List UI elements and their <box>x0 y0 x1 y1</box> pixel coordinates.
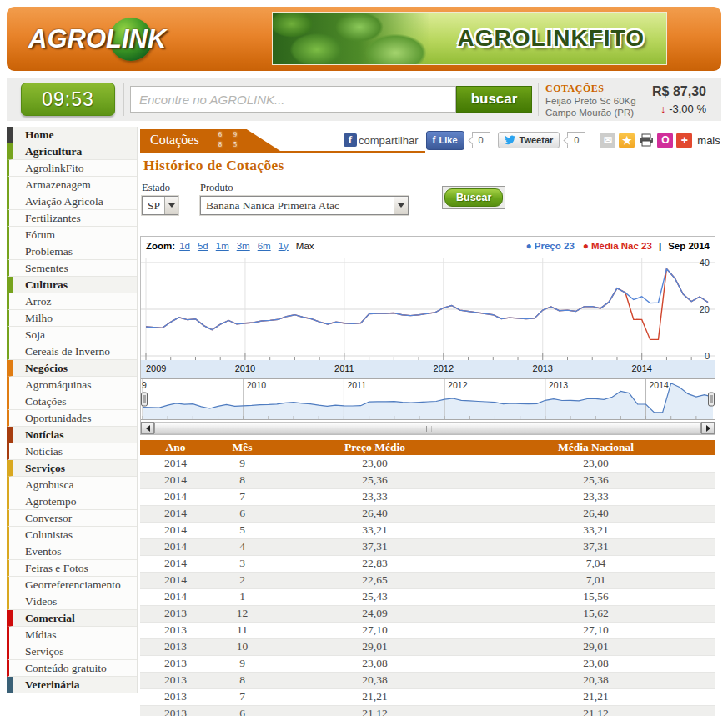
sidebar-item-oportunidades[interactable]: Oportunidades <box>7 410 137 427</box>
scrollbar-thumb[interactable] <box>154 423 701 433</box>
scroll-right-button[interactable] <box>701 422 715 434</box>
zoom-option-1d[interactable]: 1d <box>179 241 190 251</box>
sidebar-item-agrotempo[interactable]: Agrotempo <box>7 493 137 510</box>
navigator-year-label: 2013 <box>549 380 568 390</box>
produto-select[interactable]: Banana Nanica Primeira Atac <box>200 196 409 215</box>
sidebar-item-milho[interactable]: Milho <box>7 310 137 327</box>
clock-button[interactable]: 09:53 <box>21 83 115 116</box>
sidebar-item-cotacoes[interactable]: Cotações <box>7 393 137 410</box>
table-cell: 10 <box>211 638 274 655</box>
table-cell: 2014 <box>140 472 211 488</box>
scrollbar-track[interactable] <box>154 422 701 434</box>
dropdown-button[interactable] <box>164 197 178 214</box>
section-tab-cotacoes[interactable]: Cotações 6 98 5 0 <box>140 129 280 151</box>
table-row: 20131224,0915,62 <box>140 605 715 622</box>
sidebar-item-eventos[interactable]: Eventos <box>7 543 137 560</box>
facebook-share-button[interactable]: f compartilhar <box>344 133 419 147</box>
sidebar-item-servicos[interactable]: Serviços <box>7 643 137 660</box>
search-button[interactable]: buscar <box>456 86 532 113</box>
x-axis-year-label: 2011 <box>334 360 354 378</box>
sidebar-item-servicos[interactable]: Serviços <box>7 460 137 477</box>
sidebar-item-soja[interactable]: Soja <box>7 327 137 343</box>
sidebar-item-aviacao-agricola[interactable]: Aviação Agrícola <box>7 193 137 210</box>
sidebar-item-agromaquinas[interactable]: Agromáquinas <box>7 377 137 393</box>
odnoklassniki-icon[interactable]: O <box>657 133 673 148</box>
facebook-like-button[interactable]: f Like <box>426 131 464 150</box>
sidebar-item-conteudo-gratuito[interactable]: Conteúdo gratuito <box>7 660 137 677</box>
sidebar-item-videos[interactable]: Vídeos <box>7 593 137 610</box>
sidebar-item-midias[interactable]: Mídias <box>7 627 137 643</box>
legend-item-preco: ●Preço 23 <box>526 240 575 252</box>
more-label[interactable]: mais <box>697 134 720 147</box>
mail-icon[interactable]: ✉ <box>600 133 615 148</box>
sidebar-item-noticias[interactable]: Notícias <box>7 427 137 443</box>
dropdown-button[interactable] <box>394 197 408 214</box>
table-cell: 23,33 <box>274 488 476 505</box>
sidebar-item-forum[interactable]: Fórum <box>7 227 137 243</box>
sidebar-item-culturas[interactable]: Culturas <box>7 277 137 293</box>
table-cell: 2013 <box>140 605 211 622</box>
search-input[interactable] <box>130 86 456 113</box>
sidebar-item-noticias[interactable]: Notícias <box>7 443 137 460</box>
scroll-right-icon <box>706 425 710 432</box>
sidebar-item-feiras-e-fotos[interactable]: Feiras e Fotos <box>7 560 137 577</box>
table-row: 2014723,3323,33 <box>140 488 715 505</box>
zoom-option-6m[interactable]: 6m <box>258 241 271 251</box>
table-cell: 21,12 <box>476 705 715 716</box>
table-cell: 2014 <box>140 555 211 572</box>
sidebar-item-agricultura[interactable]: Agricultura <box>7 143 137 160</box>
section-tab-label: Cotações <box>150 133 199 147</box>
scroll-left-icon <box>146 425 150 432</box>
current-period: Sep 2014 <box>668 241 710 251</box>
agrolink-logo[interactable]: AGRO LINK <box>28 18 166 61</box>
site-header: AGRO LINK AGROLINKFITO <box>7 7 721 71</box>
sidebar-item-problemas[interactable]: Problemas <box>7 243 137 260</box>
estado-label: Estado <box>142 182 178 194</box>
buscar-button[interactable]: Buscar <box>444 188 503 207</box>
table-row: 2013721,2121,21 <box>140 688 715 705</box>
share-icons: ✉ ★ O + mais <box>600 133 720 148</box>
sidebar-item-arroz[interactable]: Arroz <box>7 293 137 310</box>
sidebar-item-georreferenciamento[interactable]: Georreferenciamento <box>7 577 137 593</box>
zoom-option-3m[interactable]: 3m <box>237 241 250 251</box>
sidebar-item-veterinaria[interactable]: Veterinária <box>7 677 137 693</box>
scroll-left-button[interactable] <box>141 422 154 434</box>
zoom-option-1y[interactable]: 1y <box>279 241 289 251</box>
sidebar-item-cereais-de-inverno[interactable]: Cereais de Inverno <box>7 343 137 360</box>
sidebar-item-agrolinkfito[interactable]: AgrolinkFito <box>7 160 137 177</box>
sidebar-item-armazenagem[interactable]: Armazenagem <box>7 177 137 193</box>
sidebar-item-negocios[interactable]: Negócios <box>7 360 137 377</box>
agrolinkfito-banner[interactable]: AGROLINKFITO <box>272 12 667 65</box>
sidebar-item-conversor[interactable]: Conversor <box>7 510 137 527</box>
table-cell: 25,36 <box>476 472 715 488</box>
more-share-icon[interactable]: + <box>676 133 692 148</box>
navigator[interactable]: 920102011201220132014 <box>141 378 715 420</box>
table-cell: 7,04 <box>476 555 715 572</box>
ticker-price: R$ 87,30 <box>652 84 706 99</box>
zoom-option-1m[interactable]: 1m <box>216 241 229 251</box>
sidebar-item-sementes[interactable]: Sementes <box>7 260 137 277</box>
tweet-label: Tweetar <box>520 135 554 145</box>
sidebar-item-home[interactable]: Home <box>7 127 137 143</box>
x-axis-year-label: 2014 <box>631 360 651 378</box>
navigator-year-label: 2011 <box>347 380 366 390</box>
tweet-button[interactable]: Tweetar <box>498 132 560 148</box>
star-icon[interactable]: ★ <box>619 133 635 148</box>
table-cell: 29,01 <box>476 638 715 655</box>
table-cell: 23,08 <box>476 655 715 672</box>
table-row: 2014533,2133,21 <box>140 522 715 538</box>
table-cell: 6 <box>211 705 274 716</box>
table-header-row: Ano Mês Preço Médio Média Nacional <box>140 440 715 455</box>
zoom-option-5d[interactable]: 5d <box>198 241 208 251</box>
estado-select[interactable]: SP <box>142 196 178 215</box>
table-cell: 2014 <box>140 488 211 505</box>
sidebar-item-comercial[interactable]: Comercial <box>7 610 137 627</box>
sidebar-item-fertilizantes[interactable]: Fertilizantes <box>7 210 137 227</box>
zoom-option-max[interactable]: Max <box>296 241 314 251</box>
table-cell: 2014 <box>140 588 211 605</box>
main-plot[interactable]: 02040 <box>141 254 715 360</box>
printer-icon[interactable] <box>638 133 654 148</box>
sidebar-item-agrobusca[interactable]: Agrobusca <box>7 477 137 493</box>
sidebar-item-colunistas[interactable]: Colunistas <box>7 527 137 543</box>
buscar-button-frame: Buscar <box>442 186 505 209</box>
